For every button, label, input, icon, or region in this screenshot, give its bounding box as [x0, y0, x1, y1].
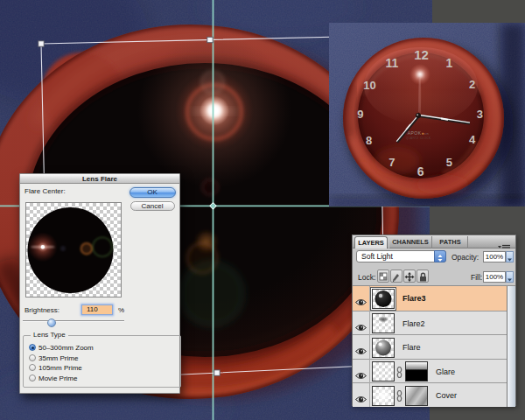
svg-text:11: 11	[385, 56, 398, 70]
svg-text:12: 12	[414, 47, 429, 62]
svg-text:6: 6	[417, 164, 424, 178]
svg-text:8: 8	[366, 134, 372, 147]
svg-text:7: 7	[388, 156, 395, 169]
svg-text:9: 9	[357, 108, 363, 121]
svg-text:5: 5	[446, 156, 452, 169]
svg-text:APOK●cn: APOK●cn	[408, 130, 430, 136]
svg-text:QUARTZ CLOCK: QUARTZ CLOCK	[406, 136, 431, 140]
svg-text:4: 4	[469, 133, 476, 146]
svg-text:1: 1	[446, 56, 453, 70]
svg-text:10: 10	[363, 79, 375, 92]
svg-text:3: 3	[477, 108, 483, 121]
svg-text:2: 2	[469, 78, 475, 91]
